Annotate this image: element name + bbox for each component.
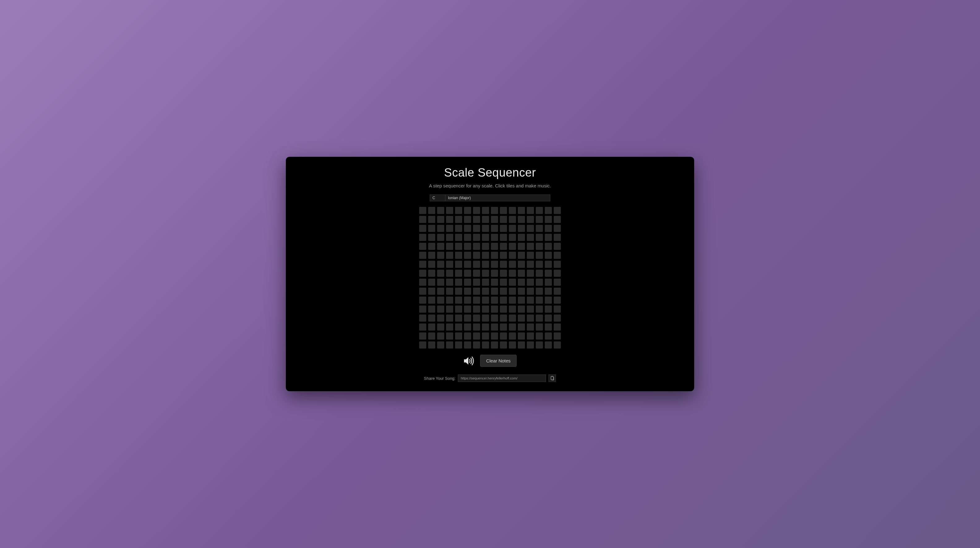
grid-cell[interactable]	[554, 216, 561, 223]
grid-cell[interactable]	[545, 315, 552, 322]
grid-cell[interactable]	[437, 243, 444, 250]
grid-cell[interactable]	[554, 305, 561, 313]
grid-cell[interactable]	[428, 315, 435, 322]
grid-cell[interactable]	[500, 243, 507, 250]
grid-cell[interactable]	[509, 342, 516, 348]
grid-cell[interactable]	[500, 305, 507, 313]
grid-cell[interactable]	[509, 270, 516, 277]
grid-cell[interactable]	[527, 216, 534, 223]
grid-cell[interactable]	[428, 216, 435, 223]
copy-button[interactable]	[549, 375, 556, 382]
grid-cell[interactable]	[527, 297, 534, 304]
grid-cell[interactable]	[518, 225, 525, 232]
grid-cell[interactable]	[527, 243, 534, 250]
volume-icon[interactable]	[463, 356, 475, 365]
grid-cell[interactable]	[446, 234, 453, 241]
grid-cell[interactable]	[518, 342, 525, 348]
grid-cell[interactable]	[419, 279, 426, 286]
grid-cell[interactable]	[491, 216, 498, 223]
grid-cell[interactable]	[536, 261, 543, 268]
grid-cell[interactable]	[437, 315, 444, 322]
grid-cell[interactable]	[473, 216, 480, 223]
grid-cell[interactable]	[437, 305, 444, 313]
grid-cell[interactable]	[500, 315, 507, 322]
grid-cell[interactable]	[428, 324, 435, 330]
grid-cell[interactable]	[518, 324, 525, 330]
grid-cell[interactable]	[554, 332, 561, 340]
grid-cell[interactable]	[455, 261, 462, 268]
grid-cell[interactable]	[545, 288, 552, 295]
grid-cell[interactable]	[518, 243, 525, 250]
grid-cell[interactable]	[419, 288, 426, 295]
grid-cell[interactable]	[419, 207, 426, 214]
grid-cell[interactable]	[473, 225, 480, 232]
grid-cell[interactable]	[455, 234, 462, 241]
grid-cell[interactable]	[554, 207, 561, 214]
grid-cell[interactable]	[518, 315, 525, 322]
grid-cell[interactable]	[500, 234, 507, 241]
grid-cell[interactable]	[419, 225, 426, 232]
grid-cell[interactable]	[428, 234, 435, 241]
grid-cell[interactable]	[518, 288, 525, 295]
grid-cell[interactable]	[455, 270, 462, 277]
grid-cell[interactable]	[455, 332, 462, 340]
grid-cell[interactable]	[518, 332, 525, 340]
grid-cell[interactable]	[536, 243, 543, 250]
grid-cell[interactable]	[482, 279, 489, 286]
grid-cell[interactable]	[536, 279, 543, 286]
grid-cell[interactable]	[545, 216, 552, 223]
grid-cell[interactable]	[500, 270, 507, 277]
grid-cell[interactable]	[527, 225, 534, 232]
grid-cell[interactable]	[446, 207, 453, 214]
grid-cell[interactable]	[428, 207, 435, 214]
grid-cell[interactable]	[518, 261, 525, 268]
grid-cell[interactable]	[500, 342, 507, 348]
grid-cell[interactable]	[473, 332, 480, 340]
grid-cell[interactable]	[527, 234, 534, 241]
grid-cell[interactable]	[419, 324, 426, 330]
grid-cell[interactable]	[473, 315, 480, 322]
grid-cell[interactable]	[473, 252, 480, 259]
grid-cell[interactable]	[464, 261, 471, 268]
grid-cell[interactable]	[545, 342, 552, 348]
grid-cell[interactable]	[464, 305, 471, 313]
grid-cell[interactable]	[419, 297, 426, 304]
grid-cell[interactable]	[509, 315, 516, 322]
grid-cell[interactable]	[545, 234, 552, 241]
grid-cell[interactable]	[527, 315, 534, 322]
grid-cell[interactable]	[554, 225, 561, 232]
grid-cell[interactable]	[419, 315, 426, 322]
grid-cell[interactable]	[419, 252, 426, 259]
grid-cell[interactable]	[527, 279, 534, 286]
grid-cell[interactable]	[473, 243, 480, 250]
grid-cell[interactable]	[518, 234, 525, 241]
grid-cell[interactable]	[500, 216, 507, 223]
grid-cell[interactable]	[446, 270, 453, 277]
grid-cell[interactable]	[500, 324, 507, 330]
grid-cell[interactable]	[545, 243, 552, 250]
grid-cell[interactable]	[554, 324, 561, 330]
grid-cell[interactable]	[545, 261, 552, 268]
grid-cell[interactable]	[500, 252, 507, 259]
grid-cell[interactable]	[554, 297, 561, 304]
grid-cell[interactable]	[491, 225, 498, 232]
grid-cell[interactable]	[437, 216, 444, 223]
grid-cell[interactable]	[473, 342, 480, 348]
grid-cell[interactable]	[464, 315, 471, 322]
grid-cell[interactable]	[491, 288, 498, 295]
grid-cell[interactable]	[455, 225, 462, 232]
grid-cell[interactable]	[446, 315, 453, 322]
grid-cell[interactable]	[437, 261, 444, 268]
grid-cell[interactable]	[428, 288, 435, 295]
grid-cell[interactable]	[428, 225, 435, 232]
grid-cell[interactable]	[491, 252, 498, 259]
grid-cell[interactable]	[518, 207, 525, 214]
grid-cell[interactable]	[482, 305, 489, 313]
grid-cell[interactable]	[545, 252, 552, 259]
grid-cell[interactable]	[419, 216, 426, 223]
grid-cell[interactable]	[482, 216, 489, 223]
grid-cell[interactable]	[437, 324, 444, 330]
grid-cell[interactable]	[545, 305, 552, 313]
grid-cell[interactable]	[464, 243, 471, 250]
grid-cell[interactable]	[536, 332, 543, 340]
